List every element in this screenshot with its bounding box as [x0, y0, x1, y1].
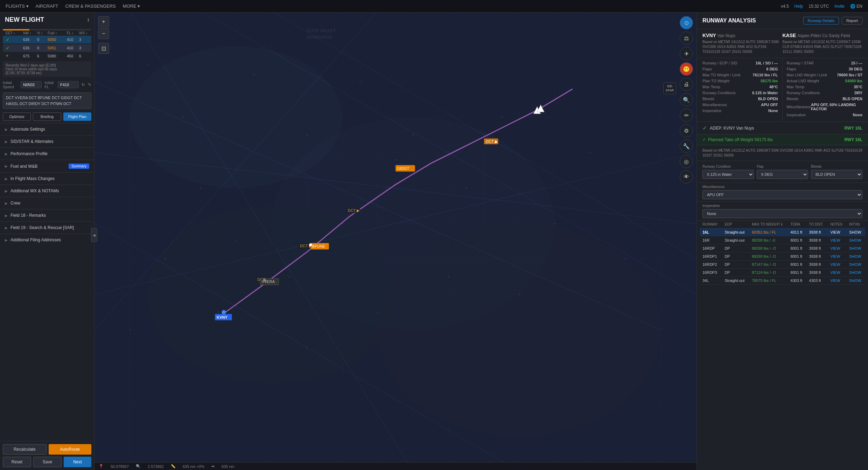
autoroute-button[interactable]: AutoRoute	[49, 444, 92, 455]
zoom-in-button[interactable]: +	[98, 16, 109, 27]
dep-misc-value: APU OFF	[761, 103, 778, 107]
intxn-show[interactable]: SHOW	[846, 269, 865, 277]
next-button[interactable]: Next	[64, 457, 91, 467]
svg-text:BFUNE: BFUNE	[312, 244, 325, 248]
th-intxn: INTXN	[846, 221, 865, 228]
panel-title: NEW FLIGHT	[5, 16, 44, 23]
optimize-button[interactable]: Optimize	[3, 112, 31, 121]
location-button[interactable]: ◎	[680, 155, 693, 168]
notice-button[interactable]: 😶	[680, 62, 693, 76]
dep-misc-label: Miscellaneous	[702, 103, 727, 107]
svg-point-51	[465, 187, 467, 189]
sid-star-map-button[interactable]: SIDSTAR	[663, 83, 676, 94]
sidebar-performance[interactable]: ▶ Performance Profile	[0, 147, 94, 160]
sidebar-filing[interactable]: ▶ Additional Filing Addresses	[0, 234, 94, 246]
intxn-show[interactable]: SHOW	[846, 253, 865, 261]
dep-rwycond-value: 0.125 in Water	[752, 91, 778, 95]
sidebar-inflight[interactable]: ▶ In Flight Mass Changes	[0, 172, 94, 185]
flight-row[interactable]: ✓ 636 0 5050 410 3	[3, 36, 91, 43]
intxn-show[interactable]: SHOW	[846, 236, 865, 244]
arr-bleeds-label: Bleeds	[787, 97, 799, 101]
nav-aircraft[interactable]: AIRCRAFT	[36, 4, 58, 9]
reset-button[interactable]: Reset	[3, 457, 31, 467]
sidebar-sar[interactable]: ▶ Field 19 - Search & Rescue [SAR]	[0, 221, 94, 234]
misc-select[interactable]: APU OFF APU ON	[702, 190, 862, 199]
notes-view[interactable]: VIEW	[827, 244, 846, 253]
svg-text:KVNY: KVNY	[217, 315, 227, 319]
nav-flights[interactable]: FLIGHTS ▾	[6, 4, 29, 9]
zoom-out-button[interactable]: −	[98, 28, 109, 39]
airport-button[interactable]: ✈	[680, 47, 693, 60]
coord-icon: 📍	[99, 464, 104, 469]
filing-label: Additional Filing Addresses	[10, 237, 61, 242]
recalculate-button[interactable]: Recalculate	[3, 444, 47, 455]
nav-crew[interactable]: CREW & PASSENGERS	[65, 4, 116, 9]
notes-view[interactable]: VIEW	[827, 277, 846, 285]
runway-condition-select[interactable]: 0.125 in Water DRY WET	[702, 170, 754, 179]
flight-row[interactable]: ✓ 636 0 5051 410 3	[3, 44, 91, 52]
intxn-show[interactable]: SHOW	[846, 261, 865, 269]
runway-details-button[interactable]: Runway Details	[803, 17, 839, 25]
collapse-panel-button[interactable]: ◀	[91, 228, 97, 242]
scale-button[interactable]: ⚖	[680, 32, 693, 45]
left-panel: NEW FLIGHT ℹ EET ↕ NM ↕ % ↕ Fuel ↕ FL ↕ …	[0, 13, 94, 470]
flight-row[interactable]: ✈ 675 6 5080 450 6	[3, 53, 91, 59]
briefing-button[interactable]: Briefing	[33, 112, 61, 121]
nm-icon: ➡	[211, 464, 215, 469]
notes-view[interactable]: VIEW	[827, 236, 846, 244]
initial-fl-input[interactable]	[58, 81, 79, 88]
fit-view-button[interactable]: ⊡	[98, 43, 109, 54]
language-select[interactable]: 🌐 EN	[850, 4, 862, 9]
initial-speed-input[interactable]	[21, 81, 42, 88]
max-to-info-icon[interactable]: ℹ	[781, 222, 783, 226]
notes-view[interactable]: VIEW	[827, 269, 846, 277]
zoom-indicator: 🔍	[136, 464, 141, 469]
sidebar-sid-star[interactable]: ▶ SID/STAR & Alternates	[0, 135, 94, 147]
svg-point-50	[413, 134, 414, 136]
save-button[interactable]: Save	[33, 457, 62, 467]
edit-icon[interactable]: ✎	[88, 82, 91, 87]
route-box: DCT VVERA DCT BFUNE DCT GIDGT DCT HASSL …	[3, 92, 91, 109]
draw-button[interactable]: ✏	[680, 109, 693, 122]
arr-actuallnd-value: 54000 lbs	[845, 79, 862, 83]
sidebar-wx[interactable]: ▶ Additional WX & NOTAMs	[0, 185, 94, 197]
layers-button[interactable]: ⊙	[680, 16, 693, 29]
report-button[interactable]: Report	[842, 17, 862, 25]
bleeds-select[interactable]: BLD OPEN BLD CLOSE	[811, 170, 862, 179]
notes-view[interactable]: VIEW	[827, 253, 846, 261]
help-link[interactable]: Help	[794, 4, 803, 9]
intxn-show[interactable]: SHOW	[846, 244, 865, 253]
info-icon[interactable]: ℹ	[88, 18, 89, 22]
sidebar-field18[interactable]: ▶ Field 18 - Remarks	[0, 209, 94, 221]
settings-button[interactable]: 🔧	[680, 139, 693, 153]
to-dist-value: 3938 ft	[806, 269, 828, 277]
sidebar-autoroute[interactable]: ▶ Autoroute Settings	[0, 123, 94, 135]
dep-airport-col: KVNY Van Nuys Based on METAR 141151Z AUT…	[702, 33, 783, 54]
intxn-show[interactable]: SHOW	[846, 277, 865, 285]
col-pct: % ↕	[37, 31, 48, 35]
dep-rwy-eop-value: 16L / SO / ---	[756, 61, 778, 65]
filter-button[interactable]: ⚙	[680, 124, 693, 137]
svg-point-55	[625, 258, 626, 260]
svg-text:GIDGT: GIDGT	[397, 166, 409, 171]
flight-plan-button[interactable]: Flight Plan	[63, 112, 91, 121]
sidebar-fuel[interactable]: ▶ Fuel and W&B Summary	[0, 160, 94, 172]
map-controls: + − ⊡	[98, 16, 109, 54]
svg-point-54	[589, 152, 591, 153]
inop-select[interactable]: None Engine Anti-Ice	[702, 209, 862, 218]
nav-more[interactable]: MORE ▾	[123, 4, 140, 9]
flap-select[interactable]: 6 DEG 15 DEG 20 DEG	[757, 170, 808, 179]
runway-analysis-title: RUNWAY ANALYSIS	[702, 18, 756, 24]
search-map-button[interactable]: 🔍	[680, 93, 693, 106]
eye-button[interactable]: 👁	[680, 170, 693, 184]
notes-view[interactable]: VIEW	[827, 228, 846, 236]
invite-btn[interactable]: Invite	[834, 4, 845, 9]
arr-maxtemp-label: Max Temp	[787, 85, 805, 89]
sidebar-crew[interactable]: ▶ Crew	[0, 197, 94, 209]
notes-view[interactable]: VIEW	[827, 261, 846, 269]
print-button[interactable]: 🖨	[680, 78, 693, 91]
eop-value: DP	[722, 244, 749, 253]
max-to-value: 87147 lbs / -O	[749, 261, 788, 269]
intxn-show[interactable]: SHOW	[846, 228, 865, 236]
refresh-icon[interactable]: ↻	[82, 82, 85, 87]
